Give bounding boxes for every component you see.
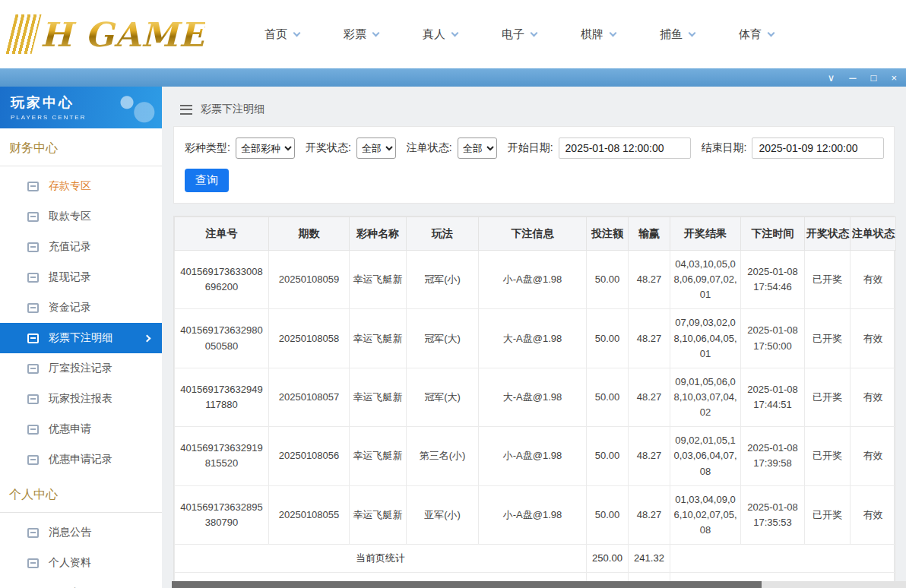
sidebar-section: 个人中心 消息公告 个人资料 修改密码 (0, 475, 162, 588)
order-status-select[interactable]: 全部 (458, 138, 497, 159)
promo-icon (27, 425, 39, 435)
table-cell: 48.27 (629, 251, 670, 309)
sidebar-title: 玩家中心 (11, 93, 162, 112)
horizontal-scrollbar-thumb[interactable] (172, 581, 762, 588)
recharge-record-icon (27, 242, 39, 252)
sidebar: 玩家中心 PLAYERS CENTER 财务中心 存款专区 取款专区 充值记录 … (0, 87, 162, 588)
table-cell: 09,01,05,06,08,10,03,07,04,02 (670, 368, 741, 426)
table-cell: 幸运飞艇新 (350, 251, 407, 309)
bet-details-table: 注单号期数彩种名称玩法下注信息投注额输赢开奖结果下注时间开奖状态注单状态 401… (174, 217, 896, 588)
main-content: 彩票下注明细 彩种类型: 全部彩种 开奖状态: 全部 注单状态: 全部 开始日期… (162, 87, 906, 588)
sidebar-item-withdraw-records[interactable]: 提现记录 (0, 262, 162, 292)
table-cell: 2025-01-08 17:54:46 (741, 251, 805, 309)
nav-item-sports[interactable]: 体育 (739, 27, 774, 42)
lottery-type-label: 彩种类型: (185, 141, 230, 155)
chevron-right-icon (144, 334, 151, 342)
withdraw-icon (27, 212, 39, 222)
sidebar-item-profile[interactable]: 个人资料 (0, 548, 162, 578)
table-cell: 401569173632949117880 (175, 368, 269, 426)
window-maximize-icon[interactable]: □ (871, 73, 877, 83)
hamburger-icon[interactable] (180, 105, 192, 115)
sidebar-item-deposit-zone[interactable]: 存款专区 (0, 171, 162, 201)
bell-icon (27, 528, 39, 538)
sidebar-subtitle: PLAYERS CENTER (11, 114, 162, 121)
nav-item-fishing[interactable]: 捕鱼 (660, 27, 695, 42)
start-date-label: 开始日期: (508, 141, 553, 155)
table-body: 40156917363300869620020250108059幸运飞艇新冠军(… (175, 251, 896, 545)
table-cell: 20250108055 (269, 485, 350, 544)
nav-item-lottery[interactable]: 彩票 (344, 27, 379, 42)
table-cell: 50.00 (587, 309, 629, 368)
table-cell: 小-A盘@1.98 (479, 251, 587, 309)
window-close-icon[interactable]: × (891, 73, 897, 83)
sidebar-item-promo-apply[interactable]: 优惠申请 (0, 414, 162, 444)
nav-item-home[interactable]: 首页 (265, 27, 299, 42)
start-date-input[interactable] (559, 138, 691, 159)
order-status-label: 注单状态: (407, 141, 452, 155)
column-header: 开奖状态 (805, 217, 851, 251)
end-date-input[interactable] (752, 138, 884, 159)
chevron-down-icon (531, 30, 538, 37)
lottery-type-select[interactable]: 全部彩种 (236, 138, 295, 159)
nav-item-slots[interactable]: 电子 (502, 27, 537, 42)
table-cell: 20250108057 (269, 368, 350, 426)
nav-item-label: 体育 (739, 27, 762, 42)
table-row: 40156917363291981552020250108056幸运飞艇新第三名… (175, 427, 896, 485)
table-cell: 幸运飞艇新 (350, 309, 407, 368)
table-row: 40156917363300869620020250108059幸运飞艇新冠军(… (175, 251, 896, 309)
table-cell: 48.27 (629, 427, 670, 485)
window-minimize-icon[interactable]: ─ (849, 73, 856, 83)
table-cell: 401569173633008696200 (175, 251, 269, 309)
table-cell: 2025-01-08 17:35:53 (741, 485, 805, 544)
hall-record-icon (27, 364, 39, 374)
sidebar-item-announcements[interactable]: 消息公告 (0, 517, 162, 548)
sidebar-item-promo-apply-records[interactable]: 优惠申请记录 (0, 444, 162, 475)
window-collapse-icon[interactable]: ∨ (828, 73, 835, 83)
table-cell: 已开奖 (805, 427, 851, 485)
sidebar-item-label: 个人资料 (49, 556, 91, 570)
table-cell: 第三名(小) (407, 427, 479, 485)
table-cell: 有效 (851, 427, 896, 485)
column-header: 输赢 (629, 217, 670, 251)
search-button[interactable]: 查询 (185, 169, 229, 192)
sidebar-item-label: 玩家投注报表 (49, 392, 112, 406)
sidebar-section-title: 个人中心 (0, 475, 162, 513)
column-header: 注单号 (175, 217, 269, 251)
table-cell: 09,02,01,05,10,03,06,04,07,08 (670, 427, 741, 485)
app-shell: 玩家中心 PLAYERS CENTER 财务中心 存款专区 取款专区 充值记录 … (0, 87, 906, 588)
breadcrumb: 彩票下注明细 (173, 87, 895, 126)
sidebar-item-funds-records[interactable]: 资金记录 (0, 292, 162, 323)
table-cell: 50.00 (587, 485, 629, 544)
nav-item-cards[interactable]: 棋牌 (581, 27, 616, 42)
table-cell: 已开奖 (805, 368, 851, 426)
table-cell: 01,03,04,09,06,10,02,07,05,08 (670, 485, 741, 544)
table-cell: 401569173632895380790 (175, 485, 269, 544)
table-cell: 20250108056 (269, 427, 350, 485)
table-cell: 冠军(小) (407, 251, 479, 309)
nav-item-label: 捕鱼 (660, 27, 683, 42)
nav-item-label: 电子 (502, 27, 524, 42)
logo-mark-h-icon (6, 14, 42, 54)
table-cell: 有效 (851, 485, 896, 544)
table-cell: 有效 (851, 251, 896, 309)
sidebar-item-recharge-records[interactable]: 充值记录 (0, 232, 162, 262)
summary-row: 当前页统计250.00241.32 (175, 545, 896, 573)
table-cell: 50.00 (587, 427, 629, 485)
table-cell: 已开奖 (805, 309, 851, 368)
chevron-down-icon (610, 30, 617, 37)
sidebar-item-change-password[interactable]: 修改密码 (0, 578, 162, 588)
column-header: 玩法 (407, 217, 479, 251)
end-date-label: 结束日期: (702, 141, 747, 155)
sidebar-item-player-bet-report[interactable]: 玩家投注报表 (0, 384, 162, 414)
table-cell: 20250108058 (269, 309, 350, 368)
deposit-icon (27, 182, 39, 191)
sidebar-item-withdraw-zone[interactable]: 取款专区 (0, 201, 162, 232)
nav-item-live[interactable]: 真人 (423, 27, 458, 42)
sidebar-item-label: 存款专区 (49, 179, 91, 193)
sidebar-item-hall-bet-records[interactable]: 厅室投注记录 (0, 353, 162, 384)
table-cell: 冠军(大) (407, 368, 479, 426)
chevron-down-icon (768, 30, 775, 37)
chevron-down-icon (689, 30, 696, 37)
sidebar-item-lottery-bet-details[interactable]: 彩票下注明细 (0, 323, 162, 353)
draw-status-select[interactable]: 全部 (356, 138, 396, 159)
